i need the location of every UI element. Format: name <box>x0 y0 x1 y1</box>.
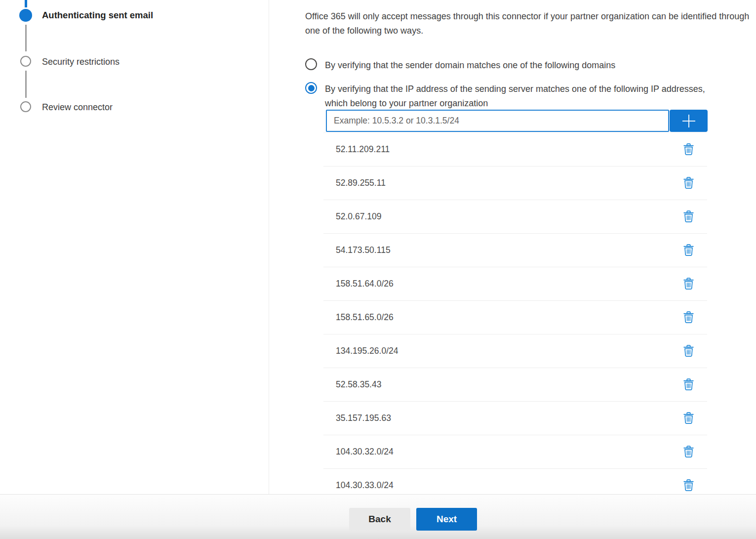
delete-ip-button[interactable] <box>681 343 696 359</box>
wizard-step-content: Office 365 will only accept messages thr… <box>305 0 756 494</box>
delete-ip-button[interactable] <box>681 309 696 326</box>
add-ip-button[interactable] <box>670 110 708 132</box>
step-indicator-upcoming <box>20 101 31 112</box>
delete-ip-button[interactable] <box>681 175 696 191</box>
delete-ip-button[interactable] <box>681 276 696 292</box>
step-indicator-current <box>19 9 32 22</box>
delete-ip-button[interactable] <box>681 477 696 494</box>
trash-icon <box>683 143 694 156</box>
trash-icon <box>683 378 694 391</box>
ip-row: 104.30.32.0/24 <box>323 435 707 469</box>
wizard-stepper: Authenticating sent email Security restr… <box>0 0 269 494</box>
radio-option-label: By verifying that the sender domain matc… <box>325 58 615 73</box>
ip-row: 52.11.209.211 <box>323 133 707 166</box>
ip-row: 54.173.50.115 <box>323 234 707 267</box>
ip-row: 52.0.67.109 <box>323 200 707 234</box>
next-button[interactable]: Next <box>416 508 477 531</box>
ip-address-value: 35.157.195.63 <box>323 413 681 423</box>
ip-address-value: 54.173.50.115 <box>323 245 681 255</box>
trash-icon <box>683 446 694 458</box>
trash-icon <box>683 479 694 492</box>
ip-address-value: 158.51.65.0/26 <box>323 312 681 323</box>
ip-row: 158.51.64.0/26 <box>323 267 707 301</box>
intro-text: Office 365 will only accept messages thr… <box>305 9 752 38</box>
delete-ip-button[interactable] <box>681 208 696 225</box>
footer-buttons: Back Next <box>349 508 477 531</box>
radio-option-ip-address[interactable]: By verifying that the IP address of the … <box>305 82 727 110</box>
radio-option-sender-domain[interactable]: By verifying that the sender domain matc… <box>305 58 615 73</box>
ip-row: 134.195.26.0/24 <box>323 334 707 368</box>
delete-ip-button[interactable] <box>681 376 696 393</box>
wizard-footer: Back Next <box>0 494 756 539</box>
ip-address-value: 158.51.64.0/26 <box>323 279 681 289</box>
trash-icon <box>683 278 694 290</box>
ip-row: 52.89.255.11 <box>323 166 707 200</box>
ip-address-value: 134.195.26.0/24 <box>323 346 681 356</box>
delete-ip-button[interactable] <box>681 410 696 426</box>
ip-address-input[interactable] <box>326 110 669 132</box>
ip-row: 52.58.35.43 <box>323 368 707 402</box>
ip-address-value: 104.30.33.0/24 <box>323 480 681 491</box>
delete-ip-button[interactable] <box>681 242 696 258</box>
connector-wizard-page: Authenticating sent email Security restr… <box>0 0 756 539</box>
ip-address-value: 52.11.209.211 <box>323 144 681 155</box>
step-connector-line <box>25 25 27 51</box>
sidebar-step-security-restrictions[interactable]: Security restrictions <box>42 56 119 67</box>
step-connector-line-completed <box>25 0 27 7</box>
radio-option-label: By verifying that the IP address of the … <box>325 82 727 110</box>
trash-icon <box>683 210 694 223</box>
sidebar-step-review-connector[interactable]: Review connector <box>42 102 113 113</box>
delete-ip-button[interactable] <box>681 141 696 158</box>
step-connector-line <box>25 71 27 98</box>
radio-selected-icon[interactable] <box>305 82 317 94</box>
ip-address-value: 104.30.32.0/24 <box>323 447 681 457</box>
ip-row: 158.51.65.0/26 <box>323 301 707 334</box>
trash-icon <box>683 345 694 357</box>
ip-address-value: 52.89.255.11 <box>323 178 681 188</box>
radio-unselected-icon[interactable] <box>305 58 317 70</box>
plus-icon <box>681 113 697 129</box>
step-indicator-upcoming <box>20 56 31 67</box>
ip-entry-row <box>326 110 708 132</box>
trash-icon <box>683 412 694 424</box>
delete-ip-button[interactable] <box>681 444 696 460</box>
ip-address-value: 52.0.67.109 <box>323 211 681 222</box>
ip-address-list: 52.11.209.211 52.89.255.11 52.0.67.109 5… <box>323 132 707 502</box>
ip-row: 35.157.195.63 <box>323 402 707 435</box>
trash-icon <box>683 244 694 256</box>
trash-icon <box>683 311 694 324</box>
ip-address-value: 52.58.35.43 <box>323 379 681 390</box>
trash-icon <box>683 177 694 189</box>
back-button[interactable]: Back <box>349 508 410 531</box>
sidebar-step-authenticating-sent-email[interactable]: Authenticating sent email <box>42 10 153 21</box>
